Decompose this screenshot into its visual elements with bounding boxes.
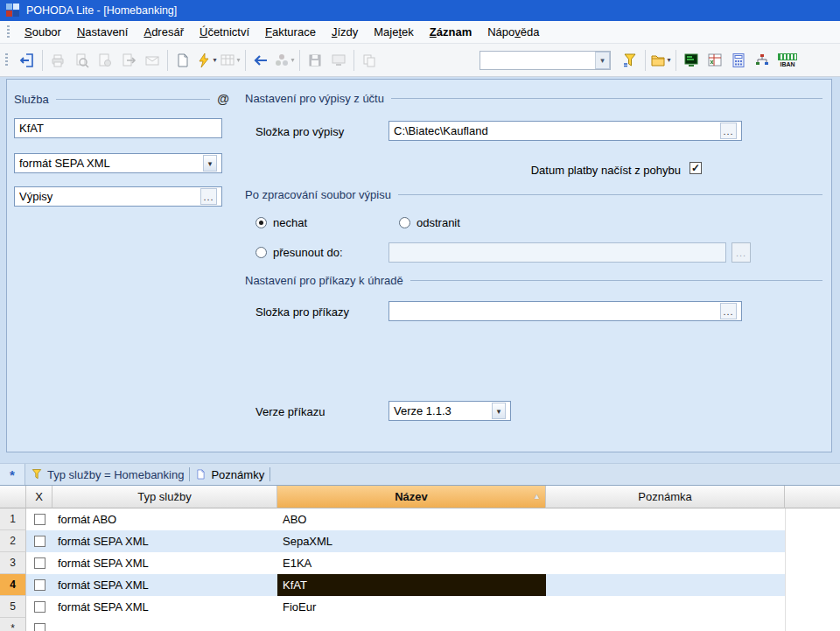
new-record-icon[interactable] (172, 49, 194, 72)
row-checkbox[interactable] (34, 536, 46, 547)
filter-icon[interactable] (619, 49, 641, 72)
save-icon (304, 49, 326, 72)
menu-fakturace[interactable]: Fakturace (257, 22, 324, 42)
row-checkbox-cell (26, 618, 52, 631)
monitor-icon (327, 49, 350, 72)
exit-agenda-icon[interactable] (16, 49, 38, 72)
calculator-icon[interactable] (727, 49, 750, 72)
order-version-label: Verze příkazu (256, 405, 326, 418)
statements-group-header: Nastavení pro výpisy z účtu (245, 92, 822, 105)
menu-napoveda[interactable]: Nápověda (480, 22, 547, 42)
agenda-picker-button[interactable]: ... (200, 188, 217, 205)
header-x[interactable]: X (26, 486, 52, 508)
tab-notes[interactable]: Poznámky (190, 464, 270, 485)
cell-type (52, 618, 277, 631)
row-checkbox[interactable] (34, 557, 46, 569)
service-agenda-input[interactable]: Výpisy ... (14, 186, 222, 207)
table-row[interactable]: 3 formát SEPA XML E1KA (0, 552, 840, 574)
record-actions-icon[interactable]: ▾ (195, 49, 218, 72)
tab-separator (270, 467, 270, 481)
group-divider (398, 194, 822, 195)
table-row-selected[interactable]: 4 formát SEPA XML KfAT (0, 574, 840, 596)
toolbar-separator (167, 50, 168, 71)
toolbar-separator (645, 50, 646, 71)
chevron-down-icon[interactable]: ▾ (203, 155, 217, 172)
header-note[interactable]: Poznámka (546, 486, 785, 508)
row-checkbox[interactable] (34, 579, 46, 591)
window-title: POHODA Lite - [Homebanking] (26, 4, 177, 17)
menu-jizdy[interactable]: Jízdy (324, 22, 366, 42)
chevron-down-icon[interactable]: ▾ (595, 52, 610, 69)
tab-notes-label: Poznámky (211, 468, 264, 481)
app-logo-icon (6, 4, 20, 18)
select-all-button[interactable]: * (0, 464, 25, 485)
menu-soubor[interactable]: Soubor (17, 22, 69, 42)
menu-zaznam[interactable]: Záznam (422, 22, 480, 42)
keep-radio[interactable] (256, 217, 267, 228)
header-type[interactable]: Typ služby (52, 486, 277, 508)
payment-date-checkbox[interactable]: ✓ (690, 162, 702, 174)
after-processing-label: Po zpracování soubor výpisu (245, 188, 391, 201)
menu-ucetnictvi[interactable]: Účetnictví (192, 22, 257, 42)
remove-radio-label[interactable]: odstranit (416, 216, 460, 229)
after-processing-header: Po zpracování soubor výpisu (245, 188, 822, 201)
note-page-icon (195, 468, 206, 480)
table-row-new[interactable]: * (0, 618, 840, 631)
remove-radio[interactable] (399, 217, 410, 228)
back-icon[interactable] (249, 49, 272, 72)
statements-folder-label: Složka pro výpisy (256, 125, 344, 138)
service-code-value: KfAT (19, 122, 44, 135)
tab-strip: * Typ služby = Homebanking Poznámky (0, 463, 840, 486)
toolbar-search-combobox[interactable]: ▾ (480, 51, 611, 70)
open-folder-icon[interactable]: ▾ (649, 49, 672, 72)
records-table: X Typ služby Název ▲ Poznámka 1 formát A… (0, 486, 840, 631)
move-radio-label[interactable]: přesunout do: (273, 246, 343, 259)
cell-name (277, 618, 546, 631)
service-code-input[interactable]: KfAT (14, 118, 222, 138)
row-checkbox[interactable] (34, 623, 46, 631)
row-number: 5 (0, 596, 26, 618)
titlebar[interactable]: POHODA Lite - [Homebanking] (0, 0, 840, 21)
row-checkbox[interactable] (34, 601, 46, 613)
menu-nastaveni[interactable]: Nastavení (69, 22, 136, 42)
export-sheet-icon[interactable] (704, 49, 726, 72)
browse-folder-button[interactable]: ... (720, 123, 737, 139)
table-row[interactable]: 2 formát SEPA XML SepaXML (0, 530, 840, 552)
menubar-grip[interactable] (7, 25, 10, 39)
toolbar-grip[interactable] (5, 53, 8, 67)
order-version-value: Verze 1.1.3 (394, 404, 452, 417)
cell-extra (785, 530, 840, 552)
chevron-down-icon[interactable]: ▾ (213, 56, 216, 64)
chevron-down-icon[interactable]: ▾ (492, 403, 506, 419)
statements-folder-input[interactable]: C:\Biatec\Kaufland ... (388, 121, 742, 141)
menu-majetek[interactable]: Majetek (366, 22, 422, 42)
order-version-select[interactable]: Verze 1.1.3 ▾ (388, 401, 511, 421)
homebanking-terminal-icon[interactable] (680, 49, 703, 72)
row-checkbox[interactable] (34, 514, 46, 525)
toolbar-separator (42, 50, 43, 71)
table-row[interactable]: 5 formát SEPA XML FioEur (0, 596, 840, 618)
orders-group-header: Nastavení pro příkazy k úhradě (245, 274, 822, 287)
browse-orders-folder-button[interactable]: ... (720, 303, 737, 319)
menu-adresar[interactable]: Adresář (136, 22, 192, 42)
move-radio[interactable] (256, 247, 267, 258)
tab-filter[interactable]: Typ služby = Homebanking (25, 464, 189, 485)
org-chart-icon[interactable] (751, 49, 774, 72)
chevron-down-icon[interactable]: ▾ (667, 56, 670, 64)
toolbar-separator (354, 50, 354, 71)
move-target-input (388, 242, 726, 263)
statements-group-label: Nastavení pro výpisy z účtu (245, 92, 384, 105)
header-name[interactable]: Název ▲ (277, 486, 546, 508)
service-format-select[interactable]: formát SEPA XML ▾ (14, 153, 222, 173)
browse-move-folder-button: ... (732, 242, 751, 263)
iban-icon[interactable]: IBAN (774, 49, 801, 72)
row-checkbox-cell (26, 574, 52, 596)
keep-radio-label[interactable]: nechat (273, 216, 307, 229)
print-preview-icon (70, 49, 93, 72)
table-row[interactable]: 1 formát ABO ABO (0, 508, 840, 530)
cell-name-selected: KfAT (277, 574, 546, 596)
orders-folder-input[interactable]: ... (388, 301, 742, 321)
cell-type: formát ABO (52, 508, 277, 530)
chevron-down-icon: ▾ (236, 56, 240, 64)
header-row-number (0, 486, 26, 508)
